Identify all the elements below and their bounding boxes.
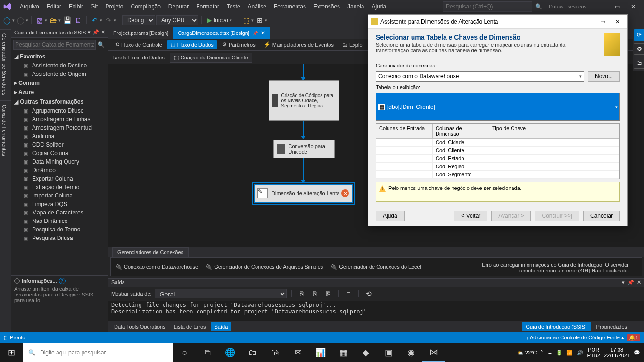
app-icon[interactable]: ◆ [355, 343, 377, 362]
properties-icon[interactable]: ⚙ [634, 43, 644, 55]
side-tab-toolbox[interactable]: Caixa de Ferramentas [0, 100, 11, 160]
forward-icon[interactable]: ◯ [16, 15, 26, 25]
design-tab[interactable]: ⚡ Manipuladores de Eventos [260, 40, 338, 49]
output-tool-icon[interactable]: ≡ [343, 288, 354, 299]
undo-icon[interactable]: ↶ [90, 15, 100, 25]
onedrive-icon[interactable]: ☁ [547, 350, 552, 356]
side-tab-server-explorer[interactable]: Gerenciador de Servidores [0, 29, 11, 99]
dropdown-icon[interactable]: ▾ [622, 280, 625, 286]
grid-row[interactable]: Cod_Segmento [376, 171, 619, 179]
dialog-maximize-button[interactable]: ▭ [595, 16, 610, 27]
menu-depurar[interactable]: Depurar [165, 1, 192, 12]
grid-row[interactable]: Cod_Estado [376, 155, 619, 163]
store-icon[interactable]: 🛍 [264, 343, 287, 362]
tray-chevron-icon[interactable]: ˄ [540, 350, 543, 356]
dialog-minimize-button[interactable]: ― [580, 16, 594, 27]
toolbox-group[interactable]: ◢ Favoritos [11, 52, 108, 61]
search-icon[interactable]: 🔍 [96, 40, 106, 50]
chrome-icon[interactable]: ◉ [400, 343, 422, 362]
menu-ferramentas[interactable]: Ferramentas [270, 1, 310, 12]
pin-icon[interactable]: 📌 [252, 31, 258, 36]
grid-row[interactable]: Cod_Cliente [376, 147, 619, 155]
close-icon[interactable]: ✕ [261, 30, 265, 36]
right-tab[interactable]: Guia de Introdução (SSIS) [522, 322, 591, 331]
design-tab[interactable]: 🗂 Explor [339, 41, 368, 49]
toolbox-item[interactable]: ▣Amostragem de Linhas [11, 115, 108, 123]
connection-item[interactable]: 🔌Gerenciador de Conexões do Excel [330, 264, 421, 270]
menu-janela[interactable]: Janela [344, 1, 368, 12]
node-2[interactable]: Conversão para Unicode [273, 140, 335, 158]
save-icon[interactable]: 💾 [62, 15, 72, 25]
column-mapping-grid[interactable]: Colunas de Entrada Colunas de Dimensão T… [376, 123, 620, 179]
task-combo[interactable]: ⬚ Criação da Dimensão Cliente [170, 53, 252, 63]
menu-teste[interactable]: Teste [223, 1, 244, 12]
help-icon[interactable]: ? [59, 278, 66, 284]
toolbox-item[interactable]: ▣CDC Splitter [11, 140, 108, 149]
menu-projeto[interactable]: Projeto [101, 1, 127, 12]
menu-git[interactable]: Git [87, 1, 101, 12]
toolbox-item[interactable]: ▣Exportar Coluna [11, 174, 108, 183]
taskview-icon[interactable]: ⧉ [196, 343, 219, 362]
output-text[interactable]: Detecting file changes for project 'Data… [108, 301, 644, 321]
design-tab[interactable]: ⬚ Fluxo de Dados [167, 40, 217, 49]
toolbox-item[interactable]: ▣Pesquisa de Termo [11, 225, 108, 234]
open-icon[interactable]: 🗁 [48, 15, 58, 25]
minimize-button[interactable]: ― [593, 0, 609, 13]
menu-compilação[interactable]: Compilação [127, 1, 164, 12]
mail-icon[interactable]: ✉ [287, 343, 309, 362]
toolbox-group[interactable]: ◢ Outras Transformações [11, 97, 108, 107]
connection-item[interactable]: 🔌Conexão com o Datawarehouse [116, 264, 198, 270]
menu-análise[interactable]: Análise [244, 1, 270, 12]
output-tool-icon[interactable]: ⟲ [363, 288, 374, 299]
toolbox-item[interactable]: ▣Auditoria [11, 132, 108, 140]
bottom-tab[interactable]: Data Tools Operations [110, 322, 169, 331]
powerbi-icon[interactable]: 📊 [309, 343, 332, 362]
visual-studio-icon[interactable]: ⋈ [422, 343, 445, 362]
menu-ajuda[interactable]: Ajuda [368, 1, 390, 12]
output-tool-icon[interactable]: ⎘ [297, 288, 307, 299]
notifications-icon[interactable]: 💬 [634, 350, 640, 356]
toolbox-item[interactable]: ▣Não Dinâmico [11, 217, 108, 225]
maximize-button[interactable]: ▭ [609, 0, 625, 13]
language-indicator[interactable]: PORPTB2 [587, 347, 600, 358]
start-button[interactable]: ⊞ [0, 343, 23, 362]
design-tab[interactable]: ⚙ Parâmetros [218, 40, 259, 49]
volume-icon[interactable]: 🔊 [577, 350, 583, 356]
table-combo[interactable]: ▦[dbo].[Dim_Cliente] ▾ [376, 93, 620, 121]
app-icon[interactable]: ▣ [377, 343, 400, 362]
cancel-button[interactable]: Cancelar [583, 211, 620, 221]
live-share-icon[interactable]: ⟳ [634, 29, 644, 41]
toolbox-item[interactable]: ▣Agrupamento Difuso [11, 107, 108, 115]
toolbox-item[interactable]: ▣Mapa de Caracteres [11, 208, 108, 217]
bottom-tab[interactable]: Lista de Erros [170, 322, 210, 331]
platform-combo[interactable]: Any CPU [156, 15, 198, 25]
connection-item[interactable]: 🔌Gerenciador de Conexões de Arquivos Sim… [206, 264, 323, 270]
save-all-icon[interactable]: 🗎 [73, 15, 83, 25]
toolbox-item[interactable]: ▣Copiar Coluna [11, 149, 108, 157]
cortana-icon[interactable]: ○ [173, 343, 196, 362]
solution-explorer-icon[interactable]: 🗂 [634, 58, 644, 69]
tool-icon-2[interactable]: ⊞ [255, 15, 265, 25]
start-button[interactable]: ▶Iniciar▾ [205, 16, 235, 25]
new-project-icon[interactable]: ▧ [34, 15, 45, 25]
dropdown-icon[interactable]: ▾ [88, 29, 91, 35]
help-button[interactable]: Ajuda [376, 211, 405, 221]
design-tab[interactable]: ⟲ Fluxo de Controle [111, 40, 166, 49]
node-1[interactable]: Criação de Códigos para os Níveis Cidade… [269, 80, 339, 121]
grid-row[interactable]: Cod_Cidade [376, 139, 619, 147]
new-connection-button[interactable]: Novo... [588, 71, 620, 82]
close-button[interactable]: ✕ [625, 0, 641, 13]
conn-tab[interactable]: Gerenciadores de Conexões [112, 247, 189, 257]
pin-icon[interactable]: 📌 [627, 280, 634, 286]
explorer-icon[interactable]: 🗂 [241, 343, 264, 362]
weather-icon[interactable]: ⛅ 22°C [517, 350, 537, 356]
pin-icon[interactable]: 📌 [92, 29, 99, 35]
source-control-button[interactable]: ↑ Adicionar ao Controle do Código-Fonte … [526, 335, 624, 341]
app-icon[interactable]: ▦ [332, 343, 355, 362]
search-icon[interactable]: 🔍 [535, 3, 542, 10]
toolbox-item[interactable]: ▣Data Mining Query [11, 157, 108, 166]
wifi-icon[interactable]: 📶 [566, 350, 573, 356]
toolbox-item[interactable]: ▣Amostragem Percentual [11, 123, 108, 132]
connection-combo[interactable]: Conexão com o Datawarehouse▾ [376, 71, 584, 82]
battery-icon[interactable]: 🔋 [556, 350, 562, 356]
